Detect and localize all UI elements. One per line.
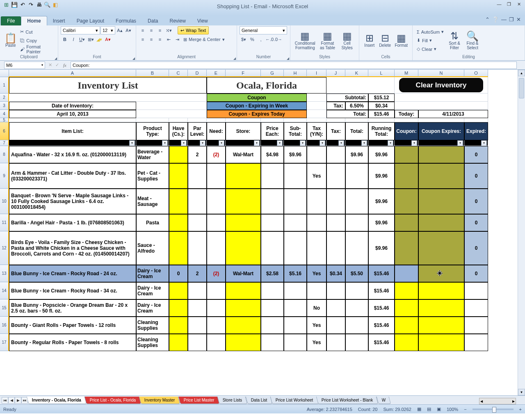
cell-10-price[interactable] [261,189,284,214]
filter-dropdown-icon[interactable]: ▾ [457,140,463,146]
cell-16-have[interactable] [169,317,188,334]
cell-13-taxyn[interactable]: Yes [307,265,326,282]
sheet-tab[interactable]: Price List Worksheet [270,397,319,404]
legend-expiring[interactable]: Coupon - Expiring in Week [207,102,307,110]
comma-icon[interactable]: , [257,35,265,43]
filter-dropdown-icon[interactable]: ▾ [277,140,283,146]
header-12[interactable]: Coupon: [395,122,418,140]
cell-17-expired[interactable] [464,334,488,351]
column-header-G[interactable]: G [261,70,284,77]
sheet-tab[interactable]: Price List Master [178,397,219,404]
cell-10-expired[interactable]: 0 [464,189,488,214]
row-header-11[interactable]: 11 [0,214,9,231]
row-header-17[interactable]: 17 [0,334,9,351]
decrease-decimal-icon[interactable]: .0→ [274,35,282,43]
date-inventory-value[interactable]: April 10, 2013 [9,110,136,118]
column-header-E[interactable]: E [207,70,226,77]
cell-17-coupon-exp[interactable] [418,334,464,351]
filter-dropdown-icon[interactable]: ▾ [219,140,224,146]
cell-9-price[interactable] [261,163,284,189]
cell-14-taxyn[interactable] [307,282,326,299]
cell-17-tax[interactable] [326,334,345,351]
tax-label[interactable]: Tax: [326,102,345,110]
cell-16-store[interactable] [226,317,261,334]
cell-12-coupon[interactable] [395,231,418,265]
row-header-12[interactable]: 12 [0,231,9,265]
cell-12-expired[interactable]: 0 [464,231,488,265]
cell-16-coupon-exp[interactable] [418,317,464,334]
sheet-tab[interactable]: Store Lists [217,397,248,404]
row-header-2[interactable]: 2 [0,94,9,102]
column-header-O[interactable]: O [464,70,488,77]
format-cells-button[interactable]: ▦Format [393,28,410,53]
copy-button[interactable]: ⿻Copy [18,37,55,45]
cell-16-tax[interactable] [326,317,345,334]
cell-8-sub[interactable]: $9.96 [284,146,307,163]
zoom-level[interactable]: 100% [447,407,458,412]
cell-10-need[interactable] [207,189,226,214]
row-header-8[interactable]: 8 [0,146,9,163]
column-header-M[interactable]: M [395,70,418,77]
cell-14-total[interactable] [345,282,368,299]
format-painter-button[interactable]: 🖌Format Painter [18,45,55,53]
cell-17-taxyn[interactable]: Yes [307,334,326,351]
shrink-font-icon[interactable]: A▾ [124,26,132,34]
cell-8-have[interactable] [169,146,188,163]
wb-close-icon[interactable]: ✕ [516,16,521,23]
cell-15-run[interactable]: $15.46 [368,299,395,317]
row-header-3[interactable]: 3 [0,102,9,110]
horizontal-scrollbar[interactable]: ◀ ▶ [479,398,516,404]
cell-9-expired[interactable]: 0 [464,163,488,189]
cell-9-par[interactable] [188,163,207,189]
spreadsheet-grid[interactable]: ABCDEFGHIJKLMNO 123456789101112131415161… [0,70,525,395]
insert-cells-button[interactable]: ⊞Insert [362,28,377,53]
row-header-14[interactable]: 14 [0,282,9,299]
cell-12-have[interactable] [169,231,188,265]
merge-button[interactable]: ⊞Merge & Center▾ [182,35,226,43]
cell-9-need[interactable] [207,163,226,189]
cell-12-run[interactable]: $9.96 [368,231,395,265]
header-0[interactable]: Item List: [9,122,136,140]
today-value[interactable]: 4/11/2013 [418,110,488,118]
cell-10-item[interactable]: Banquet - Brown 'N Serve - Maple Sausage… [9,189,136,214]
cell-15-item[interactable]: Blue Bunny - Popscicle - Orange Dream Ba… [9,299,136,317]
launcher-icon[interactable]: ◢ [55,57,57,60]
legend-coupon[interactable]: Coupon [207,94,307,102]
header-2[interactable]: Have (Cs.): [169,122,188,140]
filter-dropdown-icon[interactable]: ▾ [481,140,487,146]
tax-value[interactable]: $0.34 [368,102,395,110]
row-header-10[interactable]: 10 [0,189,9,214]
cell-9-run[interactable]: $9.96 [368,163,395,189]
enter-icon[interactable]: ✓ [55,62,59,68]
conditional-formatting-button[interactable]: ▦Conditional Formatting [293,28,317,53]
undo-icon[interactable]: ↶ [19,1,26,8]
help-icon[interactable]: ❔ [492,16,499,23]
cell-17-item[interactable]: Bounty - Regular Rolls - Paper Towels - … [9,334,136,351]
header-6[interactable]: Price Each: [261,122,284,140]
cell-16-par[interactable] [188,317,207,334]
next-sheet-icon[interactable]: ▶ [15,397,21,404]
cell-16-item[interactable]: Bounty - Giant Rolls - Paper Towels - 12… [9,317,136,334]
cell-13-have[interactable]: 0 [169,265,188,282]
cell-10-store[interactable] [226,189,261,214]
cell-11-need[interactable] [207,214,226,231]
tab-home[interactable]: Home [21,16,47,25]
column-header-L[interactable]: L [368,70,395,77]
header-7[interactable]: Sub-Total: [284,122,307,140]
scroll-down-icon[interactable]: ▼ [518,389,525,395]
cell-17-run[interactable]: $15.46 [368,334,395,351]
cell-14-item[interactable]: Blue Bunny - Ice Cream - Rocky Road - 34… [9,282,136,299]
font-color-button[interactable]: A▾ [104,35,112,43]
tab-data[interactable]: Data [142,16,164,25]
fx-icon[interactable]: fx [61,63,69,68]
cell-17-need[interactable] [207,334,226,351]
cell-8-par[interactable]: 2 [188,146,207,163]
column-header-F[interactable]: F [226,70,261,77]
cell-10-sub[interactable] [284,189,307,214]
filter-10[interactable]: ▾ [345,140,368,146]
wb-minimize-icon[interactable]: — [501,16,507,23]
tab-view[interactable]: View [192,16,214,25]
cell-8-expired[interactable]: 0 [464,146,488,163]
filter-dropdown-icon[interactable]: ▾ [300,140,306,146]
cell-17-par[interactable] [188,334,207,351]
